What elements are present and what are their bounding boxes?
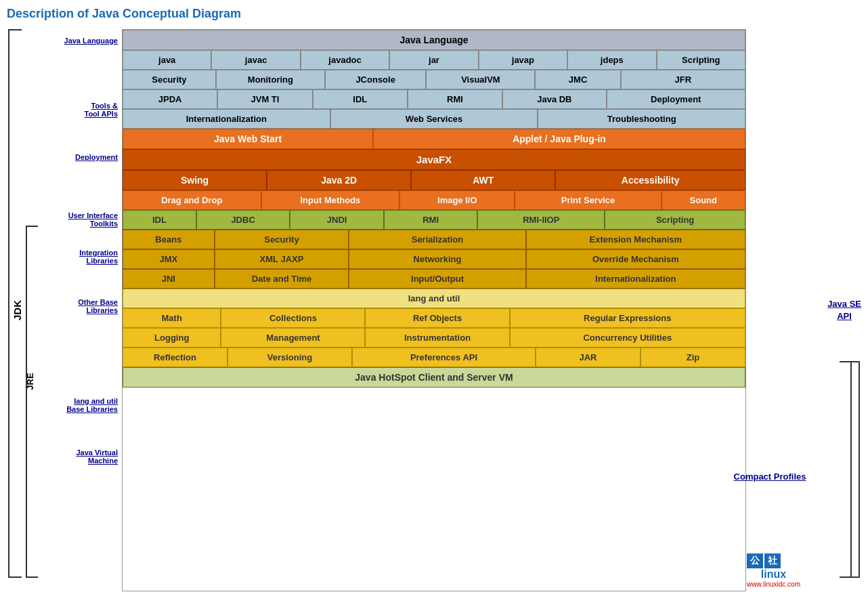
tool-monitoring: Monitoring — [216, 70, 325, 89]
jvm-section-label[interactable]: Java Virtual Machine — [54, 442, 122, 471]
other-row-1: Beans Security Serialization Extension M… — [123, 230, 745, 249]
accessibility: Accessibility — [555, 170, 745, 190]
other-base-section-label[interactable]: Other Base Libraries — [54, 269, 122, 343]
compact-label[interactable]: Compact Profiles — [734, 471, 806, 482]
section-labels: Java Language Tools & Tool APIs Deployme… — [54, 29, 122, 591]
jvm-row: Java HotSpot Client and Server VM — [123, 367, 745, 387]
tools-row-3: JPDA JVM TI IDL RMI Java DB Deployment — [123, 89, 745, 109]
lang-util-header: lang and util — [123, 289, 745, 308]
int-jdbc: JDBC — [196, 210, 290, 230]
tools-section-label[interactable]: Tools & Tool APIs — [54, 75, 122, 144]
tool-rmi: RMI — [408, 89, 502, 109]
other-networking: Networking — [349, 249, 525, 269]
image-io: Image I/O — [399, 190, 515, 210]
tool-visualvm: VisualVM — [426, 70, 535, 89]
ui-toolkits-section-label[interactable]: User Interface Toolkits — [54, 194, 122, 245]
lu-collections: Collections — [221, 308, 365, 328]
right-labels: Compact Profiles — [746, 29, 794, 591]
other-serialization: Serialization — [349, 230, 525, 249]
ui-row-2: Drag and Drop Input Methods Image I/O Pr… — [123, 190, 745, 210]
tool-javap: javap — [479, 50, 567, 70]
swing: Swing — [123, 170, 267, 190]
tool-i18n: Internationalization — [123, 109, 330, 129]
lang-util-row-3: Reflection Versioning Preferences API JA… — [123, 348, 745, 367]
other-override: Override Mechanism — [526, 249, 745, 269]
java-language-row: Java Language — [123, 30, 745, 50]
spacer-top — [746, 29, 794, 361]
tool-security: Security — [123, 70, 216, 89]
lang-util-row-1: Math Collections Ref Objects Regular Exp… — [123, 308, 745, 328]
lu-logging: Logging — [123, 328, 221, 348]
other-security: Security — [215, 230, 349, 249]
deployment-row: Java Web Start Applet / Java Plug-in — [123, 129, 745, 149]
integration-row: IDL JDBC JNDI RMI RMI-IIOP Scripting — [123, 210, 745, 230]
print-service: Print Service — [515, 190, 661, 210]
jre-bracket — [26, 226, 38, 578]
watermark-linux: linux — [747, 568, 800, 581]
lu-concurrency: Concurrency Utilities — [510, 328, 745, 348]
lu-zip: Zip — [641, 348, 745, 367]
int-rmi-iiop: RMI-IIOP — [477, 210, 605, 230]
other-extension: Extension Mechanism — [526, 230, 745, 249]
tool-javadb: Java DB — [502, 89, 606, 109]
jvm-cell: Java HotSpot Client and Server VM — [123, 367, 745, 387]
tools-row-4: Internationalization Web Services Troubl… — [123, 109, 745, 129]
lu-jar: JAR — [536, 348, 641, 367]
other-io: Input/Output — [349, 269, 525, 289]
lu-math: Math — [123, 308, 221, 328]
lu-instrumentation: Instrumentation — [365, 328, 509, 348]
tools-row-2: Security Monitoring JConsole VisualVM JM… — [123, 70, 745, 89]
java-language-section-label[interactable]: Java Language — [54, 29, 122, 52]
java-se-outer-bracket — [848, 361, 860, 578]
tool-scripting: Scripting — [657, 50, 745, 70]
watermark-gong: 公 — [747, 553, 763, 568]
ui-row-1: Swing Java 2D AWT Accessibility — [123, 170, 745, 190]
tool-jconsole: JConsole — [325, 70, 426, 89]
page-title: Description of Java Conceptual Diagram — [7, 7, 861, 21]
tool-jpda: JPDA — [123, 89, 217, 109]
main-diagram: Java Language java javac javadoc jar jav… — [122, 29, 746, 591]
java-se-api-container: Java SE API — [827, 298, 861, 322]
other-i18n: Internationalization — [526, 269, 745, 289]
tools-row-1: java javac javadoc jar javap jdeps Scrip… — [123, 50, 745, 70]
tool-jdeps: jdeps — [567, 50, 656, 70]
spacer1 — [54, 52, 122, 75]
lang-util-header-row: lang and util — [123, 289, 745, 308]
jdk-label: JDK — [12, 300, 23, 320]
int-scripting: Scripting — [605, 210, 745, 230]
other-jmx: JMX — [123, 249, 215, 269]
drag-drop: Drag and Drop — [123, 190, 261, 210]
spacer3 — [54, 343, 122, 368]
tool-jvmti: JVM TI — [217, 89, 312, 109]
lang-util-row-2: Logging Management Instrumentation Concu… — [123, 328, 745, 348]
tool-deployment: Deployment — [607, 89, 745, 109]
java-web-start: Java Web Start — [123, 129, 373, 149]
watermark-she: 社 — [764, 553, 781, 568]
lu-reflection: Reflection — [123, 348, 227, 367]
integration-section-label[interactable]: Integration Libraries — [54, 245, 122, 269]
lu-prefs: Preferences API — [352, 348, 536, 367]
int-jndi: JNDI — [290, 210, 384, 230]
spacer2 — [54, 170, 122, 194]
awt: AWT — [411, 170, 555, 190]
java-se-api-label[interactable]: Java SE API — [827, 298, 861, 322]
int-idl: IDL — [123, 210, 196, 230]
lu-refobjects: Ref Objects — [365, 308, 509, 328]
int-rmi: RMI — [384, 210, 478, 230]
other-datetime: Date and Time — [215, 269, 349, 289]
other-row-3: JNI Date and Time Input/Output Internati… — [123, 269, 745, 289]
lu-regex: Regular Expressions — [510, 308, 745, 328]
lang-util-section-label[interactable]: lang and util Base Libraries — [54, 368, 122, 442]
other-xmljaxp: XML JAXP — [215, 249, 349, 269]
other-jni: JNI — [123, 269, 215, 289]
java2d: Java 2D — [267, 170, 411, 190]
tool-webservices: Web Services — [330, 109, 538, 129]
deployment-section-label[interactable]: Deployment — [54, 144, 122, 170]
javafx-cell: JavaFX — [123, 149, 745, 170]
tool-java: java — [123, 50, 211, 70]
javafx-row: JavaFX — [123, 149, 745, 170]
sound: Sound — [661, 190, 745, 210]
tool-jmc: JMC — [535, 70, 620, 89]
input-methods: Input Methods — [261, 190, 400, 210]
tool-idl: IDL — [313, 89, 408, 109]
